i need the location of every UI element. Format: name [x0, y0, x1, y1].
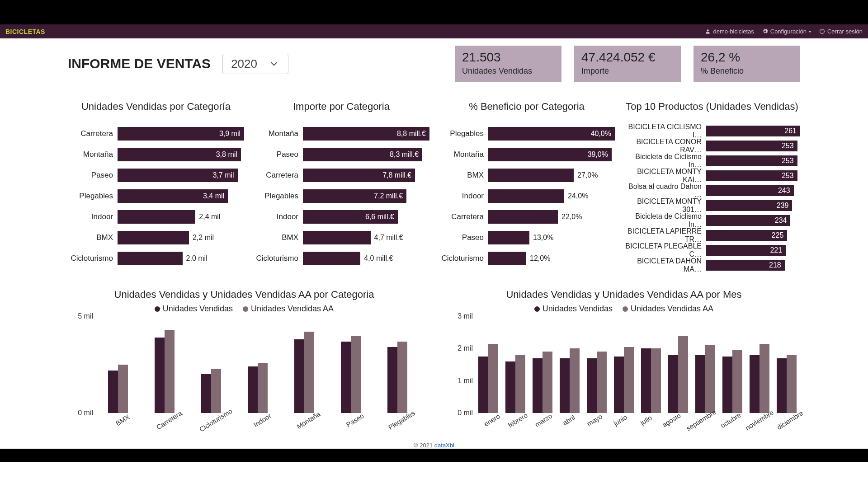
year-dropdown[interactable]: 2020	[222, 54, 288, 74]
chart-title: Importe por Categoria	[253, 101, 429, 113]
chart-uv-aa-mes: Unidades Vendidas y Unidades Vendidas AA…	[448, 289, 800, 429]
hbar-fill: 3,9 mil	[118, 127, 244, 141]
hbar-row: Montaña8,8 mill.€	[253, 123, 429, 144]
nav-user[interactable]: demo-bicicletas	[705, 28, 754, 35]
hbar-fill: 225	[706, 230, 787, 241]
hbar-fill: 239	[706, 200, 792, 211]
lower-row: Unidades Vendidas y Unidades Vendidas AA…	[68, 289, 800, 429]
bar-group	[692, 316, 719, 413]
hbar-label: Paseo	[68, 171, 113, 180]
bar	[515, 355, 525, 413]
hbar-value: 7,8 mill.€	[382, 171, 411, 179]
y-tick: 5 mil	[78, 312, 93, 320]
kpi-importe: 47.424.052 € Importe	[574, 46, 681, 82]
hbar-track: 3,7 mil	[118, 169, 244, 182]
hbar-label: Paseo	[439, 233, 484, 242]
hbar-value: 4,7 mill.€	[374, 234, 403, 242]
hbar-fill: 221	[706, 245, 786, 256]
x-axis: enerofebreromarzoabrilmayojuniojulioagos…	[475, 413, 800, 429]
bar-group	[475, 316, 502, 413]
bar	[478, 357, 488, 413]
hbar-row: BMX2,2 mil	[68, 227, 244, 248]
nav-logout[interactable]: Cerrar sesión	[819, 28, 863, 35]
bar	[108, 371, 118, 413]
hbar-track: 7,8 mill.€	[303, 169, 429, 182]
hbar-label: Montaña	[439, 150, 484, 159]
hbar-value: 3,8 mil	[216, 150, 237, 159]
dot-icon	[243, 306, 248, 312]
bar	[678, 336, 688, 413]
hbar-label: BICICLETA MONTY KAI…	[624, 168, 702, 184]
hbar-value: 40,0%	[591, 130, 611, 138]
hbar-track: 2,0 mil	[118, 252, 244, 265]
hbar-track: 261	[706, 126, 800, 136]
nav-right: demo-bicicletas Configuración ▾ Cerrar s…	[705, 28, 863, 35]
chart-importe-categoria: Importe por Categoria Montaña8,8 mill.€P…	[253, 101, 429, 272]
hbar-row: Indoor24,0%	[439, 186, 615, 206]
hbar-value: 8,3 mill.€	[390, 150, 419, 159]
hbar-label: Paseo	[253, 150, 298, 159]
hbar-value: 253	[782, 142, 794, 150]
bar	[587, 358, 597, 413]
hbar-fill	[488, 231, 529, 244]
bar	[641, 348, 651, 413]
charts-row: Unidades Vendidas por Categoría Carreter…	[68, 101, 800, 272]
hbar-fill: 3,7 mil	[118, 169, 238, 182]
hbar-row: BICICLETA PLEGABLE C…221	[624, 243, 800, 258]
hbar-track: 253	[706, 170, 800, 181]
svg-point-0	[707, 29, 709, 31]
hbar-label: BMX	[68, 233, 113, 242]
hbar-value: 3,4 mil	[203, 192, 224, 200]
hbar-label: Indoor	[253, 212, 298, 221]
bar	[341, 342, 351, 413]
legend-item-a: Unidades Vendidas	[155, 304, 233, 314]
hbar-fill: 6,6 mill.€	[303, 210, 398, 224]
brand-logo[interactable]: BICICLETAS	[5, 28, 45, 35]
x-axis: BMXCarreteraCicloturismoIndoorMontañaPas…	[95, 413, 420, 429]
hbar-label: Cicloturismo	[439, 254, 484, 263]
hbar-value: 225	[772, 231, 784, 239]
kpi-row: 21.503 Unidades Vendidas 47.424.052 € Im…	[455, 46, 800, 82]
bar	[505, 361, 515, 413]
chart-title: % Beneficio por Categoria	[439, 101, 615, 113]
hbar-value: 239	[777, 202, 789, 210]
hbar-fill: 253	[706, 170, 797, 181]
hbar-value: 221	[770, 246, 782, 254]
x-label: noviembre	[744, 408, 779, 439]
bar	[165, 330, 175, 413]
bar	[304, 332, 314, 413]
hbar-fill: 243	[706, 185, 794, 196]
hbar-row: Bicicleta de Ciclismo In…253	[624, 153, 800, 168]
footer-copyright: © 2021	[414, 442, 434, 449]
x-label: septiembre	[685, 408, 722, 440]
kpi-value: 47.424.052 €	[581, 50, 674, 65]
bar	[397, 342, 407, 413]
bar-group	[556, 316, 583, 413]
bar	[722, 357, 732, 413]
hbar-label: Bicicleta de Ciclismo In…	[624, 212, 702, 229]
hbar-row: Cicloturismo12,0%	[439, 248, 615, 269]
hbar-fill: 218	[706, 260, 785, 271]
hbar-fill: 7,2 mill.€	[303, 189, 406, 203]
bar	[118, 365, 128, 413]
footer-link[interactable]: dataXbi	[434, 442, 454, 449]
hbar-value: 253	[782, 157, 794, 165]
hbar-row: BICICLETA CICLISMO I…261	[624, 123, 800, 138]
bar	[542, 352, 552, 413]
hbar-value: 2,0 mil	[186, 254, 208, 263]
hbar-row: Bicicleta de Ciclismo In…234	[624, 213, 800, 228]
hbar-fill: 261	[706, 126, 800, 136]
bar-group	[95, 316, 142, 413]
bars-area	[475, 316, 800, 413]
nav-config[interactable]: Configuración ▾	[762, 28, 811, 35]
hbar-row: Paseo3,7 mil	[68, 165, 244, 186]
chart-top10: Top 10 Productos (Unidades Vendidas) BIC…	[624, 101, 800, 272]
bar	[351, 336, 361, 413]
nav-config-label: Configuración	[770, 28, 807, 35]
bar-group	[583, 316, 610, 413]
nav-logout-label: Cerrar sesión	[827, 28, 863, 35]
hbar-fill	[488, 210, 558, 224]
plot-area: 0 mil1 mil2 mil3 mil enerofebreromarzoab…	[475, 316, 800, 429]
hbar-track: 8,3 mill.€	[303, 148, 429, 161]
hbar-track: 225	[706, 230, 800, 241]
